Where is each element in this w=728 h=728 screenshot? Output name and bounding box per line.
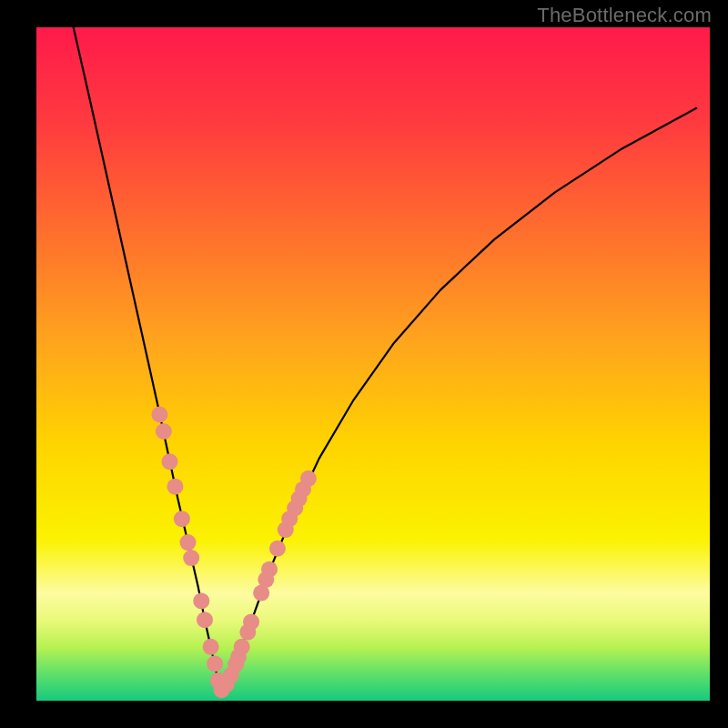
data-marker	[300, 470, 317, 487]
bottleneck-curve-right	[221, 108, 696, 691]
data-marker	[207, 655, 223, 672]
data-marker	[183, 550, 199, 566]
data-marker	[269, 541, 286, 557]
data-marker	[243, 613, 259, 630]
chart-frame: TheBottleneck.com	[0, 0, 728, 728]
curve-layer	[36, 27, 710, 701]
watermark-text: TheBottleneck.com	[537, 4, 712, 27]
data-marker	[261, 561, 278, 578]
data-marker	[180, 534, 197, 551]
data-marker	[174, 511, 190, 527]
data-marker	[151, 407, 167, 423]
data-marker	[234, 639, 250, 655]
plot-area	[36, 27, 710, 701]
bottleneck-curve-left	[74, 27, 221, 691]
marker-group	[151, 407, 317, 699]
data-marker	[167, 479, 183, 495]
data-marker	[203, 639, 219, 655]
data-marker	[193, 592, 209, 609]
data-marker	[156, 423, 172, 440]
data-marker	[162, 453, 178, 470]
data-marker	[197, 612, 213, 628]
